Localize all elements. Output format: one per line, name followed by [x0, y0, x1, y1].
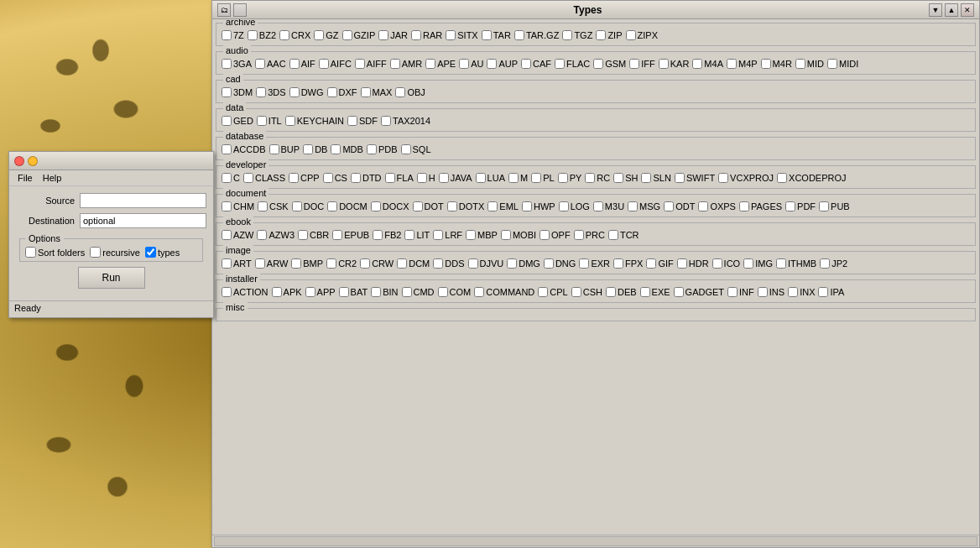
checkbox-aifc[interactable] — [319, 59, 329, 69]
checkbox-dcm[interactable] — [397, 258, 407, 269]
checkbox-gadget[interactable] — [674, 287, 684, 297]
checkbox-ithmb[interactable] — [776, 258, 786, 269]
checkbox-dng[interactable] — [544, 258, 554, 269]
checkbox-max[interactable] — [361, 87, 371, 97]
checkbox-exe[interactable] — [640, 287, 650, 297]
checkbox-sh[interactable] — [613, 173, 623, 183]
checkbox-gz[interactable] — [314, 30, 324, 40]
types-label[interactable]: types — [145, 247, 180, 258]
checkbox-au[interactable] — [459, 59, 469, 69]
checkbox-zipx[interactable] — [626, 30, 636, 40]
checkbox-mbp[interactable] — [466, 230, 476, 240]
checkbox-jp2[interactable] — [820, 258, 830, 269]
checkbox-cbr[interactable] — [298, 230, 308, 240]
checkbox-itl[interactable] — [257, 116, 267, 126]
sort-folders-label[interactable]: Sort folders — [25, 247, 85, 258]
checkbox-action[interactable] — [222, 287, 232, 297]
checkbox-mdb[interactable] — [331, 144, 341, 154]
checkbox-sdf[interactable] — [347, 116, 357, 126]
checkbox-fla[interactable] — [385, 173, 395, 183]
types-collapse-btn[interactable]: ▼ — [929, 3, 942, 17]
checkbox-mid[interactable] — [795, 59, 805, 69]
checkbox-azw[interactable] — [222, 230, 232, 240]
checkbox-docx[interactable] — [371, 201, 381, 211]
checkbox-tar.gz[interactable] — [514, 30, 524, 40]
destination-input[interactable] — [80, 213, 206, 228]
checkbox-art[interactable] — [222, 258, 232, 269]
checkbox-pl[interactable] — [531, 173, 541, 183]
checkbox-docm[interactable] — [327, 201, 337, 211]
checkbox-bmp[interactable] — [291, 258, 301, 269]
checkbox-tgz[interactable] — [562, 30, 572, 40]
checkbox-keychain[interactable] — [285, 116, 295, 126]
checkbox-fb2[interactable] — [373, 230, 383, 240]
checkbox-crw[interactable] — [360, 258, 370, 269]
checkbox-gsm[interactable] — [593, 59, 603, 69]
checkbox-dxf[interactable] — [327, 87, 337, 97]
checkbox-img[interactable] — [743, 258, 753, 269]
source-input[interactable] — [80, 193, 206, 208]
checkbox-cr2[interactable] — [326, 258, 336, 269]
types-content[interactable]: archive7ZBZ2CRXGZGZIPJARRARSITXTARTAR.GZ… — [212, 19, 979, 535]
checkbox-c[interactable] — [222, 173, 232, 183]
checkbox-dtd[interactable] — [351, 173, 361, 183]
checkbox-swift[interactable] — [675, 173, 685, 183]
checkbox-inf[interactable] — [727, 287, 738, 297]
checkbox-cmd[interactable] — [402, 287, 412, 297]
menu-file[interactable]: File — [13, 172, 38, 184]
checkbox-sln[interactable] — [641, 173, 651, 183]
checkbox-ipa[interactable] — [818, 287, 828, 297]
run-button[interactable]: Run — [78, 267, 145, 289]
checkbox-exr[interactable] — [579, 258, 589, 269]
checkbox-djvu[interactable] — [468, 258, 478, 269]
checkbox-crx[interactable] — [279, 30, 289, 40]
checkbox-apk[interactable] — [272, 287, 282, 297]
checkbox-dds[interactable] — [433, 258, 443, 269]
horizontal-scrollbar[interactable] — [214, 536, 977, 546]
checkbox-rc[interactable] — [585, 173, 595, 183]
checkbox-flac[interactable] — [555, 59, 565, 69]
checkbox-ins[interactable] — [758, 287, 768, 297]
checkbox-pdf[interactable] — [785, 201, 795, 211]
checkbox-xcodeproj[interactable] — [777, 173, 787, 183]
sort-folders-checkbox[interactable] — [25, 247, 36, 258]
checkbox-dotx[interactable] — [447, 201, 457, 211]
checkbox-bat[interactable] — [339, 287, 349, 297]
checkbox-accdb[interactable] — [222, 144, 232, 154]
checkbox-m4a[interactable] — [692, 59, 702, 69]
checkbox-ged[interactable] — [222, 116, 232, 126]
checkbox-ico[interactable] — [712, 258, 722, 269]
checkbox-gzip[interactable] — [342, 30, 352, 40]
checkbox-opf[interactable] — [540, 230, 550, 240]
checkbox-epub[interactable] — [332, 230, 342, 240]
checkbox-com[interactable] — [438, 287, 448, 297]
checkbox-inx[interactable] — [788, 287, 798, 297]
recursive-label[interactable]: recursive — [90, 247, 140, 258]
checkbox-log[interactable] — [559, 201, 569, 211]
checkbox-cpp[interactable] — [289, 173, 299, 183]
checkbox-jar[interactable] — [378, 30, 388, 40]
checkbox-hdr[interactable] — [677, 258, 687, 269]
checkbox-fpx[interactable] — [613, 258, 623, 269]
checkbox-amr[interactable] — [390, 59, 400, 69]
checkbox-aup[interactable] — [487, 59, 497, 69]
checkbox-odt[interactable] — [664, 201, 674, 211]
checkbox-bz2[interactable] — [248, 30, 258, 40]
types-close-btn[interactable]: ✕ — [961, 3, 974, 17]
small-close-btn[interactable] — [14, 156, 24, 166]
checkbox-m4p[interactable] — [727, 59, 737, 69]
checkbox-zip[interactable] — [596, 30, 606, 40]
checkbox-rar[interactable] — [411, 30, 421, 40]
checkbox-3ga[interactable] — [222, 59, 232, 69]
checkbox-dot[interactable] — [413, 201, 423, 211]
checkbox-m4r[interactable] — [761, 59, 771, 69]
checkbox-vcxproj[interactable] — [718, 173, 728, 183]
checkbox-cs[interactable] — [323, 173, 333, 183]
checkbox-azw3[interactable] — [257, 230, 267, 240]
checkbox-ape[interactable] — [425, 59, 435, 69]
checkbox-pages[interactable] — [739, 201, 749, 211]
checkbox-cpl[interactable] — [538, 287, 548, 297]
recursive-checkbox[interactable] — [90, 247, 101, 258]
menu-help[interactable]: Help — [38, 172, 67, 184]
checkbox-m[interactable] — [508, 173, 519, 183]
